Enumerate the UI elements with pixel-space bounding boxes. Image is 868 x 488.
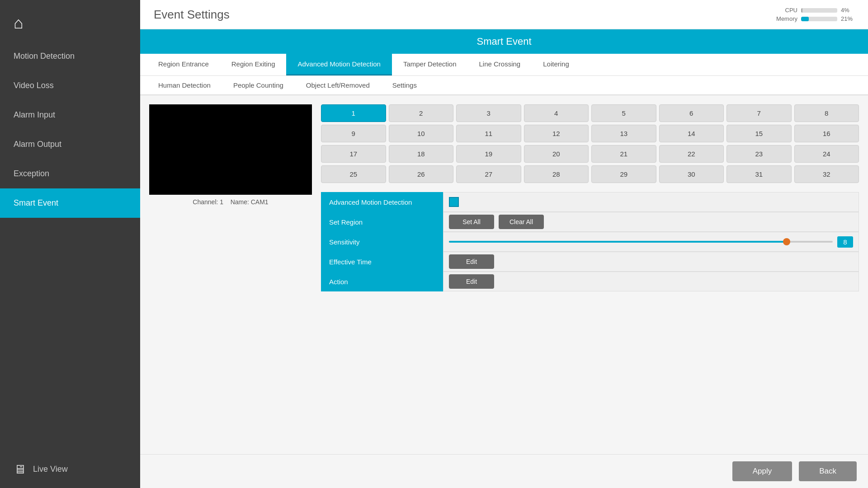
detection-checkbox[interactable] [449, 197, 459, 207]
channel-btn-12[interactable]: 12 [524, 125, 589, 142]
channel-btn-23[interactable]: 23 [726, 145, 792, 163]
memory-value: 21% [841, 15, 854, 22]
channel-btn-10[interactable]: 10 [389, 125, 454, 142]
channel-btn-20[interactable]: 20 [524, 145, 589, 163]
tab-tamper-detection[interactable]: Tamper Detection [392, 54, 468, 75]
tab-line-crossing[interactable]: Line Crossing [468, 54, 532, 75]
set-all-button[interactable]: Set All [449, 215, 494, 229]
sidebar-item-smart-event[interactable]: Smart Event [0, 188, 140, 218]
channel-btn-25[interactable]: 25 [321, 165, 386, 183]
channel-btn-17[interactable]: 17 [321, 145, 386, 163]
channel-btn-18[interactable]: 18 [389, 145, 454, 163]
tab-advanced-motion-detection[interactable]: Advanced Motion Detection [286, 54, 392, 75]
channel-btn-15[interactable]: 15 [726, 125, 792, 142]
channel-btn-3[interactable]: 3 [456, 104, 521, 122]
channel-btn-27[interactable]: 27 [456, 165, 521, 183]
channel-btn-29[interactable]: 29 [591, 165, 656, 183]
tabs-row-1: Region Entrance Region Exiting Advanced … [140, 54, 868, 76]
tab-human-detection[interactable]: Human Detection [147, 76, 222, 94]
region-control: Set All Clear All [443, 212, 859, 232]
sensitivity-control: 8 [443, 232, 859, 252]
clear-all-button[interactable]: Clear All [499, 215, 544, 229]
content-area: Smart Event Region Entrance Region Exiti… [140, 29, 868, 454]
effective-time-control: Edit [443, 252, 859, 272]
cpu-value: 4% [841, 7, 854, 14]
cpu-label: CPU [773, 7, 797, 14]
settings-panel: Advanced Motion Detection Set Region [321, 192, 859, 291]
channel-btn-4[interactable]: 4 [524, 104, 589, 122]
sidebar: ⌂ Motion Detection Video Loss Alarm Inpu… [0, 0, 140, 488]
region-row: Set Region Set All Clear All [321, 212, 859, 232]
memory-progress-fill [801, 17, 809, 21]
tab-people-counting[interactable]: People Counting [222, 76, 295, 94]
channel-btn-31[interactable]: 31 [726, 165, 792, 183]
sensitivity-label: Sensitivity [321, 232, 443, 252]
sidebar-item-video-loss[interactable]: Video Loss [0, 71, 140, 100]
channel-btn-8[interactable]: 8 [794, 104, 859, 122]
system-info: CPU 4% Memory 21% [773, 7, 854, 22]
camera-preview [149, 104, 312, 195]
tab-loitering[interactable]: Loitering [532, 54, 580, 75]
channel-btn-26[interactable]: 26 [389, 165, 454, 183]
sidebar-item-alarm-input[interactable]: Alarm Input [0, 100, 140, 130]
cpu-row: CPU 4% [773, 7, 854, 14]
cpu-progress-bg [801, 8, 837, 13]
sidebar-footer[interactable]: 🖥 Live View [0, 450, 140, 488]
region-label: Set Region [321, 212, 443, 232]
channel-btn-5[interactable]: 5 [591, 104, 656, 122]
sidebar-item-motion-detection[interactable]: Motion Detection [0, 42, 140, 71]
slider-thumb[interactable] [783, 238, 790, 245]
slider-fill [449, 241, 787, 243]
effective-time-label: Effective Time [321, 252, 443, 272]
channel-grid: 1 2 3 4 5 6 7 8 9 10 11 12 13 14 15 16 1 [321, 104, 859, 183]
tab-settings[interactable]: Settings [381, 76, 428, 94]
channel-btn-7[interactable]: 7 [726, 104, 792, 122]
channel-btn-9[interactable]: 9 [321, 125, 386, 142]
main-content: Event Settings CPU 4% Memory 21% Smart E… [140, 0, 868, 488]
monitor-icon: 🖥 [14, 462, 26, 477]
memory-row: Memory 21% [773, 15, 854, 22]
channel-btn-28[interactable]: 28 [524, 165, 589, 183]
action-label: Action [321, 272, 443, 291]
sidebar-item-alarm-output[interactable]: Alarm Output [0, 130, 140, 159]
channel-btn-6[interactable]: 6 [659, 104, 724, 122]
smart-event-band: Smart Event [140, 29, 868, 54]
tab-object-left-removed[interactable]: Object Left/Removed [295, 76, 381, 94]
channel-btn-2[interactable]: 2 [389, 104, 454, 122]
bottom-bar: Apply Back [140, 454, 868, 488]
back-button[interactable]: Back [799, 461, 857, 481]
channel-btn-21[interactable]: 21 [591, 145, 656, 163]
memory-progress-bg [801, 17, 837, 21]
sidebar-item-exception[interactable]: Exception [0, 159, 140, 188]
action-control: Edit [443, 272, 859, 291]
channel-btn-24[interactable]: 24 [794, 145, 859, 163]
channel-btn-11[interactable]: 11 [456, 125, 521, 142]
tab-region-entrance[interactable]: Region Entrance [147, 54, 220, 75]
channel-btn-14[interactable]: 14 [659, 125, 724, 142]
channel-btn-1[interactable]: 1 [321, 104, 386, 122]
detection-control [443, 192, 859, 212]
detection-label: Advanced Motion Detection [321, 192, 443, 212]
tabs-row-2: Human Detection People Counting Object L… [140, 76, 868, 95]
channel-btn-13[interactable]: 13 [591, 125, 656, 142]
channel-btn-19[interactable]: 19 [456, 145, 521, 163]
body-panel: Channel: 1 Name: CAM1 1 2 3 4 5 6 7 8 [140, 95, 868, 454]
memory-label: Memory [773, 15, 797, 22]
tab-region-exiting[interactable]: Region Exiting [220, 54, 287, 75]
detection-row: Advanced Motion Detection [321, 192, 859, 212]
cpu-progress-fill [801, 8, 802, 13]
action-row: Action Edit [321, 272, 859, 291]
action-edit-button[interactable]: Edit [449, 274, 494, 289]
channel-btn-16[interactable]: 16 [794, 125, 859, 142]
page-title: Event Settings [154, 8, 230, 22]
sensitivity-row: Sensitivity 8 [321, 232, 859, 252]
channel-btn-22[interactable]: 22 [659, 145, 724, 163]
apply-button[interactable]: Apply [732, 461, 793, 481]
channel-btn-32[interactable]: 32 [794, 165, 859, 183]
home-icon[interactable]: ⌂ [14, 14, 24, 33]
sensitivity-slider-container [449, 241, 833, 243]
sensitivity-value: 8 [837, 236, 853, 248]
channel-btn-30[interactable]: 30 [659, 165, 724, 183]
slider-track[interactable] [449, 241, 833, 243]
effective-time-edit-button[interactable]: Edit [449, 254, 494, 269]
